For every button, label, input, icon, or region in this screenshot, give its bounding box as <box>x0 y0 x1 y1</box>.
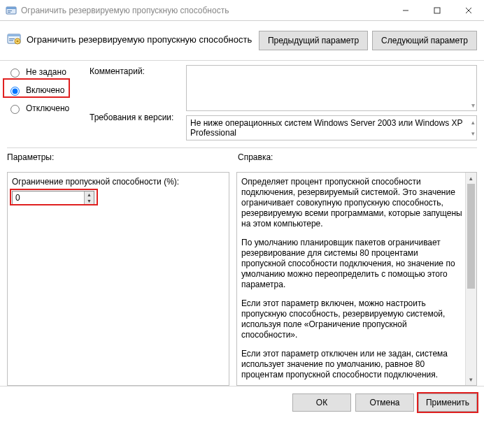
titlebar: Ограничить резервируемую пропускную спос… <box>0 0 484 21</box>
requirements-label: Требования к версии: <box>90 111 180 122</box>
footer: ОК Отмена Применить <box>0 386 484 419</box>
cancel-button[interactable]: Отмена <box>355 393 414 412</box>
header: Ограничить резервируемую пропускную спос… <box>0 21 484 61</box>
bandwidth-limit-input[interactable] <box>12 191 94 205</box>
state-radios: Не задано Включено Отключено <box>7 65 84 140</box>
requirements-text: Не ниже операционных систем Windows Serv… <box>190 118 462 138</box>
svg-rect-10 <box>9 38 15 39</box>
section-headings: Параметры: Справка: <box>0 148 484 165</box>
next-setting-button[interactable]: Следующий параметр <box>372 31 477 50</box>
app-icon <box>6 5 17 16</box>
spin-up-button[interactable]: ▲ <box>85 192 94 198</box>
comment-field[interactable]: ▾ <box>186 65 477 111</box>
radio-not-configured-label[interactable]: Не задано <box>26 67 66 77</box>
svg-rect-3 <box>8 12 10 13</box>
maximize-button[interactable] <box>421 0 453 20</box>
help-paragraph: Если этот параметр отключен или не задан… <box>241 349 462 380</box>
help-paragraph: По умолчанию планировщик пакетов огранич… <box>241 238 462 290</box>
help-paragraph: Если этот параметр включен, можно настро… <box>241 298 462 340</box>
ok-button[interactable]: ОК <box>292 393 351 412</box>
radio-not-configured[interactable] <box>10 68 20 78</box>
params-panel: Ограничение пропускной способности (%): … <box>7 172 229 386</box>
scroll-thumb[interactable] <box>467 184 475 289</box>
chevron-down-icon: ▾ <box>471 129 475 138</box>
svg-rect-13 <box>17 41 19 42</box>
scroll-down-icon[interactable]: ▾ <box>466 374 476 385</box>
apply-button[interactable]: Применить <box>418 393 477 412</box>
close-button[interactable] <box>453 0 484 20</box>
bandwidth-limit-label: Ограничение пропускной способности (%): <box>12 177 225 187</box>
chevron-up-icon: ▴ <box>471 117 475 127</box>
radio-disabled-label[interactable]: Отключено <box>26 103 69 113</box>
help-panel: Определяет процент пропускной способност… <box>236 172 477 386</box>
radio-enabled[interactable] <box>10 87 20 96</box>
svg-rect-2 <box>8 10 12 11</box>
svg-rect-1 <box>6 7 16 9</box>
svg-rect-9 <box>8 34 20 36</box>
close-icon <box>465 7 472 14</box>
radio-disabled[interactable] <box>10 105 20 114</box>
radio-enabled-label[interactable]: Включено <box>26 85 64 95</box>
page-title: Ограничить резервируемую пропускную спос… <box>27 34 252 45</box>
config-area: Не задано Включено Отключено Комментарий… <box>0 61 484 147</box>
svg-rect-5 <box>434 8 440 13</box>
maximize-icon <box>434 7 441 14</box>
panels: Ограничение пропускной способности (%): … <box>0 165 484 386</box>
comment-label: Комментарий: <box>90 65 180 111</box>
policy-icon <box>7 32 21 46</box>
help-heading: Справка: <box>231 152 477 162</box>
scroll-up-icon[interactable]: ▴ <box>466 173 476 184</box>
spin-down-button[interactable]: ▼ <box>85 198 94 204</box>
help-paragraph: Определяет процент пропускной способност… <box>241 177 462 229</box>
minimize-button[interactable] <box>390 0 421 20</box>
prev-setting-button[interactable]: Предыдущий параметр <box>259 31 368 50</box>
requirements-field: Не ниже операционных систем Windows Serv… <box>186 115 477 140</box>
svg-rect-11 <box>9 41 13 41</box>
params-heading: Параметры: <box>7 152 231 162</box>
window-title: Ограничить резервируемую пропускную спос… <box>21 6 390 15</box>
help-scrollbar[interactable]: ▴ ▾ <box>465 173 476 385</box>
bandwidth-limit-stepper[interactable]: ▲ ▼ <box>12 191 94 205</box>
chevron-down-icon: ▾ <box>471 101 475 109</box>
minimize-icon <box>402 7 409 14</box>
